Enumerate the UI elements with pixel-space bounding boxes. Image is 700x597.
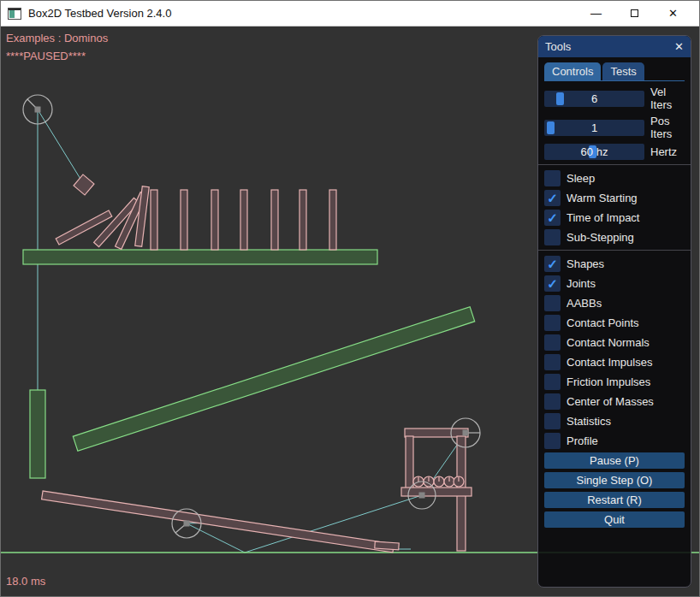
checkbox-box[interactable]: ✓ xyxy=(544,413,561,429)
quit-button[interactable]: Quit xyxy=(544,511,685,528)
close-button[interactable]: ✕ xyxy=(654,7,692,20)
hertz-value: 60 hz xyxy=(544,145,644,158)
checkbox-profile[interactable]: ✓ Profile xyxy=(544,433,685,449)
app-window: Box2D Testbed Version 2.4.0 — ✕ xyxy=(0,0,700,597)
checkbox-box[interactable]: ✓ xyxy=(544,393,561,410)
slider-row-pos-iters: 1 Pos Iters xyxy=(544,115,685,140)
checkbox-warm-starting[interactable]: ✓ Warm Starting xyxy=(544,190,685,206)
separator xyxy=(538,164,691,165)
vel-iters-slider[interactable]: 6 xyxy=(544,91,644,107)
checkbox-box[interactable]: ✓ xyxy=(544,170,561,186)
tools-panel-title: Tools xyxy=(545,40,571,53)
example-label: Examples : Dominos xyxy=(6,32,108,44)
domino[interactable] xyxy=(211,190,218,250)
pause-button[interactable]: Pause (P) xyxy=(544,452,685,469)
check-icon: ✓ xyxy=(547,277,558,290)
scene-area: Examples : Dominos ****PAUSED**** 18.0 m… xyxy=(1,27,699,596)
checkbox-center-of-masses[interactable]: ✓ Center of Masses xyxy=(544,393,685,410)
checkbox-box[interactable]: ✓ xyxy=(544,256,561,272)
maximize-button[interactable] xyxy=(615,7,654,20)
checkbox-sleep[interactable]: ✓ Sleep xyxy=(544,170,685,186)
pendulum-box[interactable] xyxy=(74,174,94,195)
domino[interactable] xyxy=(240,190,247,250)
checkbox-box[interactable]: ✓ xyxy=(544,210,561,226)
window-title: Box2D Testbed Version 2.4.0 xyxy=(28,7,171,20)
checkbox-time-of-impact[interactable]: ✓ Time of Impact xyxy=(544,210,685,226)
checkbox-box[interactable]: ✓ xyxy=(544,275,561,292)
checkbox-sub-stepping[interactable]: ✓ Sub-Stepping xyxy=(544,229,685,245)
window-titlebar[interactable]: Box2D Testbed Version 2.4.0 — ✕ xyxy=(1,1,699,27)
maximize-icon xyxy=(631,9,638,17)
domino-platform xyxy=(23,250,377,264)
minimize-button[interactable]: — xyxy=(577,7,615,20)
check-icon: ✓ xyxy=(547,192,558,204)
hertz-slider[interactable]: 60 hz xyxy=(544,144,644,160)
paused-label: ****PAUSED**** xyxy=(6,50,86,62)
tools-panel: Tools ✕ Controls Tests 6 Vel Iters xyxy=(537,35,691,588)
checkbox-contact-normals[interactable]: ✓ Contact Normals xyxy=(544,334,685,351)
checkbox-box[interactable]: ✓ xyxy=(544,229,561,245)
checkbox-box[interactable]: ✓ xyxy=(544,190,561,206)
pos-iters-slider[interactable]: 1 xyxy=(544,120,644,136)
joint-anchor xyxy=(419,493,425,499)
domino[interactable] xyxy=(300,190,306,250)
domino-row[interactable] xyxy=(56,186,336,250)
checkbox-aabbs[interactable]: ✓ AABBs xyxy=(544,295,685,311)
checkbox-statistics[interactable]: ✓ Statistics xyxy=(544,413,685,429)
tab-controls[interactable]: Controls xyxy=(544,62,601,80)
vel-iters-value: 6 xyxy=(544,92,644,105)
check-icon: ✓ xyxy=(547,257,558,270)
frame-shelf[interactable] xyxy=(401,488,472,496)
checkbox-box[interactable]: ✓ xyxy=(544,334,561,351)
domino[interactable] xyxy=(329,190,336,250)
tab-tests[interactable]: Tests xyxy=(602,62,644,80)
slider-row-hertz: 60 hz Hertz xyxy=(544,144,685,160)
checkbox-contact-points[interactable]: ✓ Contact Points xyxy=(544,315,685,331)
tools-panel-titlebar[interactable]: Tools ✕ xyxy=(538,36,691,57)
checkbox-box[interactable]: ✓ xyxy=(544,374,561,390)
fallen-piece[interactable] xyxy=(375,541,399,550)
frame-left-post[interactable] xyxy=(406,436,413,495)
joint-anchor xyxy=(463,430,469,436)
single-step-button[interactable]: Single Step (O) xyxy=(544,472,685,488)
checkbox-box[interactable]: ✓ xyxy=(544,433,561,449)
joint-anchor xyxy=(35,107,41,113)
vel-iters-label: Vel Iters xyxy=(650,86,685,111)
panel-close-icon[interactable]: ✕ xyxy=(674,40,684,53)
domino[interactable] xyxy=(181,190,187,250)
checkbox-contact-impulses[interactable]: ✓ Contact Impulses xyxy=(544,354,685,370)
checkbox-box[interactable]: ✓ xyxy=(544,295,561,311)
pos-iters-label: Pos Iters xyxy=(650,115,685,140)
checkbox-friction-impulses[interactable]: ✓ Friction Impulses xyxy=(544,374,685,390)
checkbox-box[interactable]: ✓ xyxy=(544,354,561,370)
domino[interactable] xyxy=(271,190,278,250)
vertical-column xyxy=(30,390,45,478)
domino[interactable] xyxy=(151,190,157,250)
joint-anchor xyxy=(184,521,190,527)
window-controls: — ✕ xyxy=(577,7,692,20)
pos-iters-value: 1 xyxy=(544,121,644,134)
tab-bar: Controls Tests xyxy=(544,62,685,81)
check-icon: ✓ xyxy=(547,211,558,224)
hertz-label: Hertz xyxy=(650,145,677,158)
restart-button[interactable]: Restart (R) xyxy=(544,492,685,508)
checkbox-box[interactable]: ✓ xyxy=(544,315,561,331)
frame-time-label: 18.0 ms xyxy=(6,575,45,588)
slider-row-vel-iters: 6 Vel Iters xyxy=(544,86,685,111)
checkbox-shapes[interactable]: ✓ Shapes xyxy=(544,256,685,272)
checkbox-joints[interactable]: ✓ Joints xyxy=(544,275,685,292)
separator xyxy=(538,250,691,251)
app-icon xyxy=(8,8,21,20)
